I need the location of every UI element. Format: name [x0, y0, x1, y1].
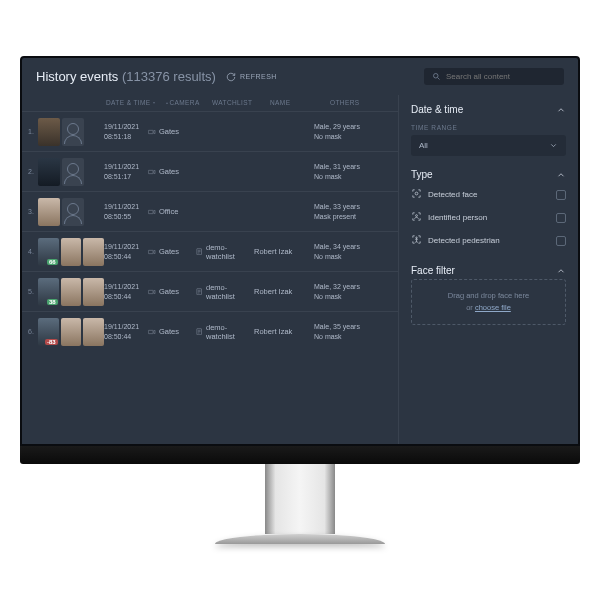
row-camera: Gates: [148, 247, 196, 256]
row-name: Robert Izak: [254, 247, 314, 256]
search-icon: [432, 72, 441, 81]
chevron-up-icon: [556, 266, 566, 276]
table-row[interactable]: 3.19/11/202108:50:55OfficeMale, 33 years…: [22, 191, 398, 231]
search-box[interactable]: [424, 68, 564, 85]
section-type: Type Detected faceIdentified personDetec…: [411, 166, 566, 252]
svg-rect-1: [148, 130, 153, 133]
row-datetime: 19/11/202108:50:55: [104, 202, 148, 220]
events-list: DATE & TIME▾ ▴CAMERA WATCHLIST NAME OTHE…: [22, 95, 398, 444]
refresh-button[interactable]: REFRESH: [226, 72, 277, 82]
refresh-label: REFRESH: [240, 73, 277, 80]
row-others: Male, 35 yearsNo mask: [314, 322, 360, 340]
row-index: 5.: [28, 288, 38, 295]
section-face-filter: Face filter Drag and drop face here or c…: [411, 262, 566, 325]
row-camera: Gates: [148, 167, 196, 176]
section-datetime-header[interactable]: Date & time: [411, 101, 566, 118]
type-option-identified-person[interactable]: Identified person: [411, 206, 566, 229]
title-text: History events: [36, 69, 118, 84]
time-range-label: TIME RANGE: [411, 124, 566, 131]
face-thumb[interactable]: [38, 198, 60, 226]
type-option-detected-pedestrian[interactable]: Detected pedestrian: [411, 229, 566, 252]
top-bar: History events (113376 results) REFRESH: [22, 58, 578, 95]
face-thumb[interactable]: [83, 318, 104, 346]
svg-rect-8: [148, 330, 153, 333]
checkbox[interactable]: [556, 236, 566, 246]
row-camera: Gates: [148, 327, 196, 336]
row-others: Male, 34 yearsNo mask: [314, 242, 360, 260]
checkbox[interactable]: [556, 190, 566, 200]
type-option-detected-face[interactable]: Detected face: [411, 183, 566, 206]
row-watchlist: demo-watchlist: [196, 283, 254, 301]
face-thumb[interactable]: -83: [38, 318, 59, 346]
match-score: 38: [47, 299, 58, 305]
face-thumb[interactable]: [62, 198, 84, 226]
row-datetime: 19/11/202108:50:44: [104, 242, 148, 260]
type-option-label: Identified person: [428, 213, 487, 222]
face-thumb[interactable]: [62, 158, 84, 186]
row-watchlist: demo-watchlist: [196, 243, 254, 261]
row-index: 1.: [28, 128, 38, 135]
table-row[interactable]: 6.-8319/11/202108:50:44Gatesdemo-watchli…: [22, 311, 398, 351]
chevron-down-icon: [549, 141, 558, 150]
thumbnails: [38, 198, 104, 226]
svg-rect-4: [148, 250, 153, 253]
face-thumb[interactable]: 38: [38, 278, 59, 306]
thumbnails: [38, 158, 104, 186]
face-thumb[interactable]: [83, 238, 104, 266]
row-name: Robert Izak: [254, 327, 314, 336]
row-index: 4.: [28, 248, 38, 255]
section-type-header[interactable]: Type: [411, 166, 566, 183]
thumbnails: -83: [38, 318, 104, 346]
row-watchlist: demo-watchlist: [196, 323, 254, 341]
face-thumb[interactable]: [61, 278, 82, 306]
table-row[interactable]: 2.19/11/202108:51:17GatesMale, 31 yearsN…: [22, 151, 398, 191]
row-others: Male, 31 yearsNo mask: [314, 162, 360, 180]
face-dropzone[interactable]: Drag and drop face here or choose file: [411, 279, 566, 325]
row-camera: Gates: [148, 287, 196, 296]
col-name[interactable]: NAME: [270, 99, 330, 107]
checkbox[interactable]: [556, 213, 566, 223]
table-header: DATE & TIME▾ ▴CAMERA WATCHLIST NAME OTHE…: [22, 95, 398, 111]
search-input[interactable]: [446, 72, 556, 81]
refresh-icon: [226, 72, 236, 82]
col-others[interactable]: OTHERS: [330, 99, 380, 107]
row-others: Male, 29 yearsNo mask: [314, 122, 360, 140]
col-camera[interactable]: ▴CAMERA: [164, 99, 212, 107]
face-thumb[interactable]: [61, 238, 82, 266]
row-others: Male, 33 yearsMask present: [314, 202, 360, 220]
row-datetime: 19/11/202108:51:17: [104, 162, 148, 180]
section-face-filter-header[interactable]: Face filter: [411, 262, 566, 279]
row-datetime: 19/11/202108:51:18: [104, 122, 148, 140]
type-option-label: Detected face: [428, 190, 477, 199]
app-screen: History events (113376 results) REFRESH …: [20, 56, 580, 446]
match-score: 66: [47, 259, 58, 265]
row-datetime: 19/11/202108:50:44: [104, 282, 148, 300]
row-datetime: 19/11/202108:50:44: [104, 322, 148, 340]
svg-rect-3: [148, 210, 153, 213]
svg-point-11: [416, 215, 418, 217]
svg-rect-6: [148, 290, 153, 293]
detected-pedestrian-icon: [411, 234, 422, 247]
result-count: (113376 results): [122, 69, 216, 84]
row-index: 6.: [28, 328, 38, 335]
face-thumb[interactable]: [38, 158, 60, 186]
face-thumb[interactable]: [61, 318, 82, 346]
table-row[interactable]: 5.3819/11/202108:50:44Gatesdemo-watchlis…: [22, 271, 398, 311]
face-thumb[interactable]: [38, 118, 60, 146]
table-row[interactable]: 1.19/11/202108:51:18GatesMale, 29 yearsN…: [22, 111, 398, 151]
table-row[interactable]: 4.6619/11/202108:50:44Gatesdemo-watchlis…: [22, 231, 398, 271]
row-others: Male, 32 yearsNo mask: [314, 282, 360, 300]
detected-face-icon: [411, 188, 422, 201]
row-name: Robert Izak: [254, 287, 314, 296]
col-datetime[interactable]: DATE & TIME▾: [106, 99, 164, 107]
choose-file-link[interactable]: choose file: [475, 303, 511, 312]
identified-person-icon: [411, 211, 422, 224]
time-range-select[interactable]: All: [411, 135, 566, 156]
thumbnails: 66: [38, 238, 104, 266]
face-thumb[interactable]: [83, 278, 104, 306]
col-watchlist[interactable]: WATCHLIST: [212, 99, 270, 107]
svg-rect-2: [148, 170, 153, 173]
face-thumb[interactable]: [62, 118, 84, 146]
face-thumb[interactable]: 66: [38, 238, 59, 266]
thumbnails: 38: [38, 278, 104, 306]
